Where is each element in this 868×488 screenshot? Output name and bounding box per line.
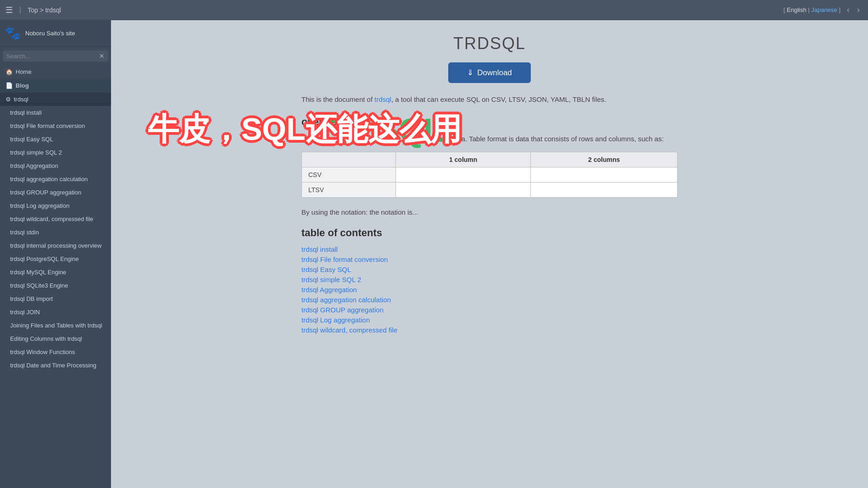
toc-link-group-agg[interactable]: trdsql GROUP aggregation: [301, 306, 384, 314]
toc-link-wildcard[interactable]: trdsql wildcard, compressed file: [301, 326, 397, 334]
sidebar-section-blog: 📄 Blog: [0, 78, 111, 93]
sidebar-label-trdsql-group-agg: trdsql GROUP aggregation: [10, 189, 81, 196]
sidebar-item-trdsql-postgresql[interactable]: trdsql PostgreSQL Engine: [0, 252, 111, 266]
table-cell-ltsv: LTSV: [302, 183, 396, 198]
sidebar-item-home[interactable]: 🏠 Home: [0, 65, 111, 78]
page-title: TRDSQL: [301, 34, 678, 53]
breadcrumb: Top > trdsql: [28, 6, 61, 14]
sidebar-label-trdsql-stdin: trdsql stdin: [10, 229, 39, 236]
sidebar-header: 🐾 Noboru Saito's site: [0, 20, 111, 47]
sidebar-item-trdsql-db-import[interactable]: trdsql DB import: [0, 292, 111, 305]
sidebar-item-trdsql-sqlite3[interactable]: trdsql SQLite3 Engine: [0, 279, 111, 292]
top-navigation: ☰ | Top > trdsql [ English | Japanese ] …: [0, 0, 868, 20]
toc-heading: table of contents: [301, 227, 678, 239]
sidebar-label-trdsql-wildcard: trdsql wildcard, compressed file: [10, 216, 93, 222]
list-item: trdsql simple SQL 2: [301, 276, 678, 284]
sidebar-label-trdsql-log-agg: trdsql Log aggregation: [10, 202, 69, 209]
search-clear-icon[interactable]: ✕: [99, 52, 105, 60]
toc-list: trdsql install trdsql File format conver…: [301, 245, 678, 334]
sidebar-label-trdsql-install: trdsql install: [10, 109, 42, 116]
sidebar-label-blog: Blog: [16, 82, 29, 89]
sidebar-label-trdsql-db-import: trdsql DB import: [10, 295, 53, 302]
breadcrumb-current: trdsql: [45, 6, 61, 14]
search-input[interactable]: [6, 53, 96, 60]
download-label: Download: [477, 68, 512, 78]
list-item: trdsql Aggregation: [301, 286, 678, 294]
sidebar-item-trdsql-easy-sql[interactable]: trdsql Easy SQL: [0, 133, 111, 146]
table-cell-ltsv-1col: [395, 183, 530, 198]
sidebar-item-trdsql-group-agg[interactable]: trdsql GROUP aggregation: [0, 186, 111, 199]
next-arrow[interactable]: ›: [854, 4, 862, 16]
table-cell-ltsv-2cols: [531, 183, 678, 198]
lang-bracket-open: [: [784, 6, 787, 13]
search-bar[interactable]: ✕: [3, 50, 108, 61]
table-header-empty: [302, 152, 396, 167]
sidebar-label-home: Home: [16, 68, 32, 75]
menu-icon[interactable]: ☰: [6, 5, 13, 15]
content-inner: TRDSQL ⇓ Download This is the document o…: [283, 20, 696, 364]
overview-footer-text: By using the notation: the notation is..…: [301, 207, 678, 218]
breadcrumb-sep: >: [40, 6, 45, 14]
sidebar-item-trdsql-log-agg[interactable]: trdsql Log aggregation: [0, 199, 111, 212]
toc-link-file-format[interactable]: trdsql File format conversion: [301, 255, 388, 263]
toc-section: table of contents trdsql install trdsql …: [301, 227, 678, 334]
toc-link-agg-calc[interactable]: trdsql aggregation calculation: [301, 296, 391, 304]
sidebar-label-trdsql-aggregation: trdsql Aggregation: [10, 162, 58, 169]
sidebar-navigation: 🏠 Home 📄 Blog ⚙ trdsql trdsql install tr…: [0, 65, 111, 488]
breadcrumb-top-link[interactable]: Top: [28, 6, 38, 14]
sidebar-label-date-time: trdsql Date and Time Processing: [10, 362, 96, 369]
list-item: trdsql Easy SQL: [301, 266, 678, 274]
sidebar-label-trdsql-file-format: trdsql File format conversion: [10, 122, 85, 129]
lang-japanese-link[interactable]: Japanese: [811, 6, 837, 13]
trdsql-overview-link[interactable]: trdsql: [301, 135, 318, 143]
sidebar-item-date-time[interactable]: trdsql Date and Time Processing: [0, 359, 111, 372]
sidebar-item-trdsql-wildcard[interactable]: trdsql wildcard, compressed file: [0, 212, 111, 226]
lang-bracket-close: ]: [839, 6, 840, 13]
table-cell-csv: CSV: [302, 167, 396, 183]
trdsql-icon: ⚙: [6, 96, 11, 103]
sidebar-label-joining-files: Joining Files and Tables with trdsql: [10, 322, 102, 329]
toc-link-simple-sql2[interactable]: trdsql simple SQL 2: [301, 276, 361, 283]
nav-arrows: ‹ ›: [844, 4, 862, 16]
site-title: Noboru Saito's site: [25, 30, 75, 37]
sidebar-label-trdsql-agg-calc: trdsql aggregation calculation: [10, 176, 88, 183]
sidebar-item-trdsql-mysql[interactable]: trdsql MySQL Engine: [0, 266, 111, 279]
list-item: trdsql File format conversion: [301, 255, 678, 264]
prev-arrow[interactable]: ‹: [844, 4, 852, 16]
download-button[interactable]: ⇓ Download: [448, 62, 531, 83]
sidebar-item-joining-files[interactable]: Joining Files and Tables with trdsql: [0, 319, 111, 332]
table-row: LTSV: [302, 183, 678, 198]
toc-link-install[interactable]: trdsql install: [301, 245, 338, 253]
sidebar-label-trdsql-join: trdsql JOIN: [10, 309, 40, 316]
overview-section: overview TrdSQL trdsql is a tool that ex…: [301, 116, 678, 218]
sidebar-item-trdsql-internal[interactable]: trdsql internal processing overview: [0, 239, 111, 252]
blog-icon: 📄: [6, 82, 13, 89]
sidebar-item-trdsql-aggregation[interactable]: trdsql Aggregation: [0, 159, 111, 172]
toc-link-log-agg[interactable]: trdsql Log aggregation: [301, 316, 370, 324]
toc-link-easy-sql[interactable]: trdsql Easy SQL: [301, 266, 351, 273]
sidebar-item-trdsql-simple-sql2[interactable]: trdsql simple SQL 2: [0, 146, 111, 159]
sidebar-item-window-functions[interactable]: trdsql Window Functions: [0, 345, 111, 359]
sidebar-item-trdsql[interactable]: ⚙ trdsql: [0, 93, 111, 106]
lang-english-link[interactable]: English: [787, 6, 807, 13]
table-header-1col: 1 column: [395, 152, 530, 167]
list-item: trdsql install: [301, 245, 678, 254]
sidebar-item-trdsql-join[interactable]: trdsql JOIN: [0, 305, 111, 319]
language-selector: [ English | Japanese ]: [784, 6, 840, 13]
sidebar-item-trdsql-stdin[interactable]: trdsql stdin: [0, 226, 111, 239]
sidebar-item-editing-columns[interactable]: Editing Columns with trdsql: [0, 332, 111, 345]
list-item: trdsql aggregation calculation: [301, 296, 678, 304]
sidebar: 🐾 Noboru Saito's site ✕ 🏠 Home 📄 Blog ⚙ …: [0, 20, 111, 488]
list-item: trdsql GROUP aggregation: [301, 306, 678, 314]
table-row: CSV: [302, 167, 678, 183]
table-header-2cols: 2 columns: [531, 152, 678, 167]
overview-heading: overview: [301, 116, 678, 128]
trdsql-intro-link[interactable]: trdsql: [374, 95, 391, 103]
intro-text: This is the document of trdsql, a tool t…: [301, 94, 678, 105]
sidebar-item-trdsql-file-format[interactable]: trdsql File format conversion: [0, 119, 111, 133]
sidebar-item-trdsql-install[interactable]: trdsql install: [0, 106, 111, 119]
table-cell-csv-1col: [395, 167, 530, 183]
sidebar-item-trdsql-agg-calc[interactable]: trdsql aggregation calculation: [0, 172, 111, 186]
list-item: trdsql wildcard, compressed file: [301, 326, 678, 334]
toc-link-aggregation[interactable]: trdsql Aggregation: [301, 286, 357, 294]
